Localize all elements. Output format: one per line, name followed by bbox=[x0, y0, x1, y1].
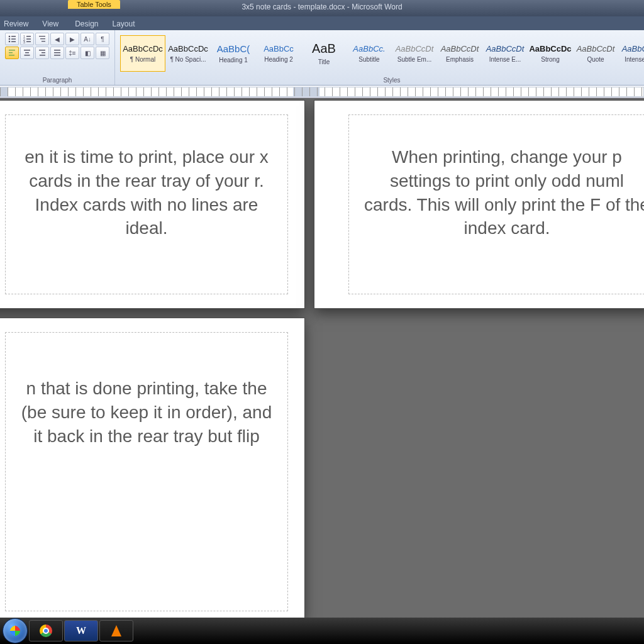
document-title: 3x5 note cards - template.docx - Microso… bbox=[242, 3, 402, 11]
index-card-1[interactable]: en it is time to print, place our x card… bbox=[0, 101, 304, 308]
document-canvas[interactable]: en it is time to print, place our x card… bbox=[0, 98, 644, 618]
style-quote[interactable]: AaBbCcDtQuote bbox=[573, 35, 618, 72]
increase-indent-button[interactable]: ▶ bbox=[65, 33, 79, 45]
card-border: When printing, change your p settings to… bbox=[348, 114, 644, 294]
card-text[interactable]: When printing, change your p settings to… bbox=[349, 115, 644, 240]
svg-rect-19 bbox=[25, 52, 29, 53]
bullets-button[interactable] bbox=[5, 33, 19, 45]
shading-button[interactable]: ◧ bbox=[80, 47, 94, 59]
svg-rect-7 bbox=[26, 36, 31, 37]
svg-rect-1 bbox=[11, 36, 16, 37]
card-border: en it is time to print, place our x card… bbox=[5, 114, 288, 294]
index-card-2[interactable]: When printing, change your p settings to… bbox=[314, 101, 644, 308]
borders-button[interactable]: ▦ bbox=[96, 47, 109, 59]
style-normal[interactable]: AaBbCcDc¶ Normal bbox=[120, 35, 165, 72]
ribbon: 123 ◀ ▶ A↓ ¶ ‡≡ ◧ ▦ Paragraph AaBbCcDc¶ … bbox=[0, 30, 644, 86]
svg-point-0 bbox=[9, 36, 11, 38]
svg-rect-24 bbox=[54, 50, 60, 51]
sort-button[interactable]: A↓ bbox=[80, 33, 94, 45]
svg-rect-5 bbox=[11, 42, 16, 43]
style-subtle-emphasis[interactable]: AaBbCcDtSubtle Em... bbox=[392, 35, 437, 72]
line-spacing-button[interactable]: ‡≡ bbox=[65, 47, 79, 59]
svg-rect-16 bbox=[9, 52, 13, 53]
style-heading-2[interactable]: AaBbCcHeading 2 bbox=[256, 35, 301, 72]
chrome-icon bbox=[40, 625, 52, 637]
align-center-button[interactable] bbox=[20, 47, 34, 59]
window-titlebar: 3x5 note cards - template.docx - Microso… bbox=[0, 0, 644, 16]
style-subtitle[interactable]: AaBbCc.Subtitle bbox=[347, 35, 392, 72]
svg-rect-13 bbox=[40, 38, 45, 39]
svg-rect-21 bbox=[39, 50, 45, 51]
svg-rect-20 bbox=[25, 55, 30, 56]
style-emphasis[interactable]: AaBbCcDtEmphasis bbox=[437, 35, 482, 72]
tab-view[interactable]: View bbox=[42, 19, 58, 30]
svg-point-2 bbox=[9, 38, 11, 40]
style-title[interactable]: AaBTitle bbox=[301, 35, 347, 72]
svg-point-4 bbox=[9, 41, 11, 43]
svg-rect-12 bbox=[39, 36, 45, 36]
svg-rect-15 bbox=[9, 50, 15, 51]
taskbar-vlc[interactable] bbox=[99, 620, 133, 641]
style-no-spacing[interactable]: AaBbCcDc¶ No Spaci... bbox=[165, 35, 211, 72]
horizontal-ruler[interactable] bbox=[0, 86, 644, 98]
styles-group-label: Styles bbox=[120, 75, 644, 84]
windows-taskbar: W bbox=[0, 618, 644, 644]
ribbon-tab-strip: Review View Design Layout bbox=[0, 16, 644, 30]
svg-rect-22 bbox=[42, 52, 45, 53]
svg-text:3: 3 bbox=[23, 40, 25, 44]
index-card-3[interactable]: n that is done printing, take the (be su… bbox=[0, 318, 304, 618]
style-strong[interactable]: AaBbCcDcStrong bbox=[528, 35, 573, 72]
card-border: n that is done printing, take the (be su… bbox=[5, 332, 288, 611]
card-text[interactable]: n that is done printing, take the (be su… bbox=[6, 333, 287, 448]
style-intense-quote[interactable]: AaBbCcDtIntense Q... bbox=[618, 35, 644, 72]
paragraph-group: 123 ◀ ▶ A↓ ¶ ‡≡ ◧ ▦ Paragraph bbox=[0, 30, 115, 85]
svg-rect-26 bbox=[54, 55, 60, 56]
word-icon: W bbox=[76, 625, 86, 636]
svg-rect-14 bbox=[42, 41, 45, 42]
style-intense-emphasis[interactable]: AaBbCcDtIntense E... bbox=[482, 35, 528, 72]
table-tools-label: Table Tools bbox=[68, 0, 120, 9]
start-button[interactable] bbox=[3, 618, 28, 643]
styles-group: AaBbCcDc¶ Normal AaBbCcDc¶ No Spaci... A… bbox=[115, 30, 644, 85]
svg-rect-18 bbox=[24, 50, 30, 51]
vlc-icon bbox=[111, 625, 121, 636]
svg-rect-25 bbox=[54, 52, 60, 53]
taskbar-chrome[interactable] bbox=[29, 620, 63, 641]
style-heading-1[interactable]: AaBbC(Heading 1 bbox=[211, 35, 256, 72]
svg-rect-9 bbox=[26, 38, 31, 40]
svg-rect-23 bbox=[40, 55, 45, 56]
paragraph-group-label: Paragraph bbox=[5, 75, 109, 84]
svg-rect-11 bbox=[26, 42, 31, 43]
tab-layout[interactable]: Layout bbox=[113, 19, 135, 30]
contextual-tab-group: Table Tools bbox=[68, 0, 120, 9]
decrease-indent-button[interactable]: ◀ bbox=[50, 33, 64, 45]
multilevel-list-button[interactable] bbox=[35, 33, 49, 45]
numbering-button[interactable]: 123 bbox=[20, 33, 34, 45]
card-text[interactable]: en it is time to print, place our x card… bbox=[6, 115, 287, 240]
tab-review[interactable]: Review bbox=[4, 19, 28, 30]
align-right-button[interactable] bbox=[35, 47, 49, 59]
align-left-button[interactable] bbox=[5, 47, 19, 59]
tab-design[interactable]: Design bbox=[75, 19, 98, 30]
svg-rect-17 bbox=[9, 55, 14, 56]
show-marks-button[interactable]: ¶ bbox=[96, 33, 109, 45]
svg-rect-3 bbox=[11, 38, 16, 40]
justify-button[interactable] bbox=[50, 47, 64, 59]
styles-gallery[interactable]: AaBbCcDc¶ Normal AaBbCcDc¶ No Spaci... A… bbox=[120, 33, 644, 75]
taskbar-word[interactable]: W bbox=[64, 620, 98, 641]
